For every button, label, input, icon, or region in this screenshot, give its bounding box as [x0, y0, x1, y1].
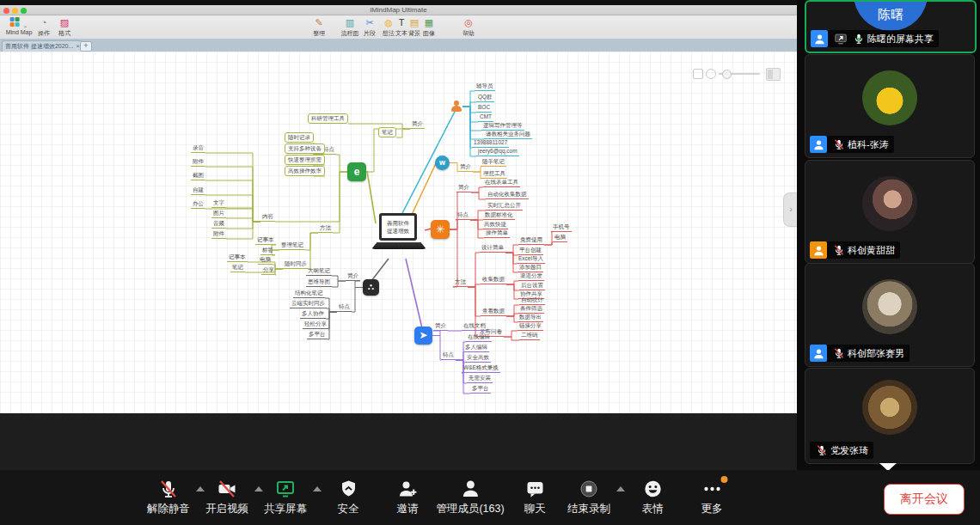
participant-tile[interactable]: 陈曙陈曙的屏幕共享	[805, 0, 977, 53]
mindmap-node[interactable]: 条件筛选	[518, 305, 544, 314]
mindmap-node[interactable]: 操作简单	[484, 229, 510, 238]
mindmap-node[interactable]: 平台创建	[518, 247, 543, 255]
mindmap-node[interactable]: jeery6@qq.com	[476, 148, 519, 156]
participant-tile[interactable]: 科创部张赛男	[805, 263, 975, 367]
mindmap-node[interactable]: 高效快捷	[482, 221, 508, 229]
mindmap-node[interactable]: 自动化收集数据	[486, 191, 529, 199]
mindmap-node[interactable]: 办公	[191, 200, 205, 209]
members-button[interactable]: 管理成员(163)	[436, 478, 504, 516]
mindmap-node[interactable]: 查看数据	[481, 308, 506, 316]
help-toolbar-button[interactable]: ◎帮助	[462, 17, 475, 38]
mindmap-node[interactable]: 整理笔记	[279, 241, 305, 250]
mindmap-node[interactable]: 支持多种设备	[285, 143, 325, 154]
mindmap-node[interactable]: 方法	[453, 278, 468, 287]
mindmap-node[interactable]: 云端实时同步	[290, 300, 327, 308]
mindmap-node[interactable]: 多平台	[470, 385, 491, 394]
flowchart-toolbar-button[interactable]: ▥流程图	[341, 17, 359, 38]
mindmap-node[interactable]: 二维码	[519, 332, 540, 340]
mindmap-node[interactable]: 特点	[337, 303, 352, 312]
mindmap-node[interactable]: 在线编辑	[466, 333, 492, 342]
caret-up-icon[interactable]	[196, 486, 205, 491]
document-tab[interactable]: 善用软件 提速增效2020... ×	[2, 40, 83, 52]
mindmap-node[interactable]: 轻松分享	[303, 320, 328, 329]
mindmap-node[interactable]: 特点	[456, 211, 470, 220]
chat-button[interactable]: 聊天	[524, 478, 546, 516]
mindmap-node[interactable]: 数据标准化	[483, 211, 515, 220]
mindmap-node[interactable]: Excel导入	[517, 255, 545, 264]
mindmap-node[interactable]: 随手笔记	[481, 158, 506, 167]
mindmap-node[interactable]: CMT	[478, 113, 493, 122]
mindmap-node[interactable]: 截图	[191, 172, 205, 180]
docs-app-icon[interactable]: ➤	[414, 327, 432, 345]
mindmap-node[interactable]: 思维导图	[306, 278, 332, 287]
mindmap-node[interactable]: 安全高效	[465, 354, 491, 363]
screen-share-view[interactable]: iMindMap Ultimate ⌄ Mind Map ◔ 操作 ▨ 格式✎整…	[0, 0, 797, 470]
mindmap-node[interactable]: 高效操作效率	[285, 166, 325, 176]
mindmap-node[interactable]: 附件	[211, 230, 226, 239]
mindmap-node[interactable]: 简介	[410, 120, 425, 129]
caret-up-icon[interactable]	[254, 486, 263, 491]
mindmap-node[interactable]: 记事本	[255, 236, 276, 245]
participant-tile[interactable]: 党发张琦	[805, 368, 975, 464]
mindmap-node[interactable]: 自动统计	[519, 296, 545, 305]
record-stop-button[interactable]: 结束录制	[567, 478, 610, 516]
mindmap-node[interactable]: QQ群	[476, 94, 494, 102]
panel-toggle-button[interactable]	[766, 68, 781, 81]
mindmap-node[interactable]: 逻辑写作管理等	[481, 122, 524, 131]
mindmap-node[interactable]: 自建	[191, 186, 205, 195]
mindmap-node[interactable]: 结构化笔记	[293, 290, 325, 298]
mindmap-node[interactable]: 文字	[211, 199, 226, 208]
mindmap-node[interactable]: 简介	[433, 322, 448, 331]
mindmap-node[interactable]: 免费使用	[518, 236, 544, 245]
mindmap-node[interactable]: 分享	[261, 266, 276, 275]
focus-icon[interactable]	[706, 69, 716, 79]
share-screen-button[interactable]: 共享屏幕	[264, 478, 307, 516]
mindmap-node[interactable]: 电脑	[258, 256, 273, 265]
mindmap-node[interactable]: 录音	[191, 144, 205, 153]
idea-toolbar-button[interactable]: ◍想法	[383, 17, 395, 38]
mindmap-node[interactable]: 随时同步	[283, 260, 309, 269]
mindmap-node[interactable]: 理想工具	[481, 170, 507, 179]
mindmap-node[interactable]: 无需安装	[467, 375, 493, 383]
mindmap-node[interactable]: 链接分享	[518, 322, 543, 331]
mindmap-node[interactable]: 收集数据	[481, 276, 506, 284]
participant-tile[interactable]: 科创黄甜甜	[805, 160, 975, 264]
mindmap-node[interactable]: 简介	[346, 272, 360, 281]
mindmap-node[interactable]: 渠道分发	[518, 272, 544, 281]
text-toolbar-button[interactable]: T文本	[395, 17, 407, 38]
tidy-toolbar-button[interactable]: ✎整理	[313, 17, 325, 38]
mindmap-node[interactable]: 随时记录	[285, 132, 314, 143]
image-toolbar-button[interactable]: ▦图像	[423, 17, 435, 38]
participant-tile[interactable]: 植科-张涛	[805, 54, 975, 158]
mindmap-node[interactable]: 电脑	[553, 234, 567, 242]
collapse-panel-tab[interactable]: ›	[783, 192, 798, 227]
outline-app-icon[interactable]: ∴	[363, 279, 379, 296]
survey-app-icon[interactable]: ✳	[431, 220, 450, 239]
snapshot-icon[interactable]	[693, 69, 703, 79]
mindmap-node[interactable]: 音频	[211, 220, 226, 229]
mindmap-node[interactable]: 实时汇总公开	[486, 202, 523, 211]
person-icon[interactable]	[450, 101, 462, 113]
mic-muted-button[interactable]: 解除静音	[147, 478, 190, 516]
new-tab-button[interactable]: +	[80, 41, 92, 52]
mindmap-node[interactable]: 简介	[458, 163, 473, 172]
mindmap-node[interactable]: 请教相关业务问题	[484, 131, 532, 139]
camera-muted-button[interactable]: 开启视频	[205, 478, 248, 516]
background-toolbar-button[interactable]: ▤背景	[408, 17, 420, 38]
mindmap-central-topic[interactable]: 善用软件 提速增效	[371, 213, 426, 258]
invite-button[interactable]: 邀请	[397, 478, 419, 516]
mindmap-node[interactable]: 笔记	[230, 264, 245, 272]
emoji-button[interactable]: 表情	[642, 478, 664, 516]
mindmap-node[interactable]: 添加题目	[518, 264, 543, 272]
evernote-app-icon[interactable]: e	[347, 162, 366, 181]
mindmap-node[interactable]: 方法	[318, 224, 333, 233]
mindmap-node[interactable]: 设计简单	[480, 244, 505, 253]
format-menu-button[interactable]: ▨ 格式	[58, 17, 70, 38]
mindmap-node[interactable]: 内容	[260, 213, 275, 222]
mindmap-node[interactable]: 后台设置	[519, 282, 545, 290]
mindmap-node[interactable]: 数据导出	[518, 314, 543, 322]
wiznote-app-icon[interactable]: w	[435, 156, 450, 170]
leave-meeting-button[interactable]: 离开会议	[884, 484, 965, 515]
mindmap-node[interactable]: 特点	[441, 351, 456, 360]
mindmap-node[interactable]: 大纲笔记	[306, 267, 332, 276]
